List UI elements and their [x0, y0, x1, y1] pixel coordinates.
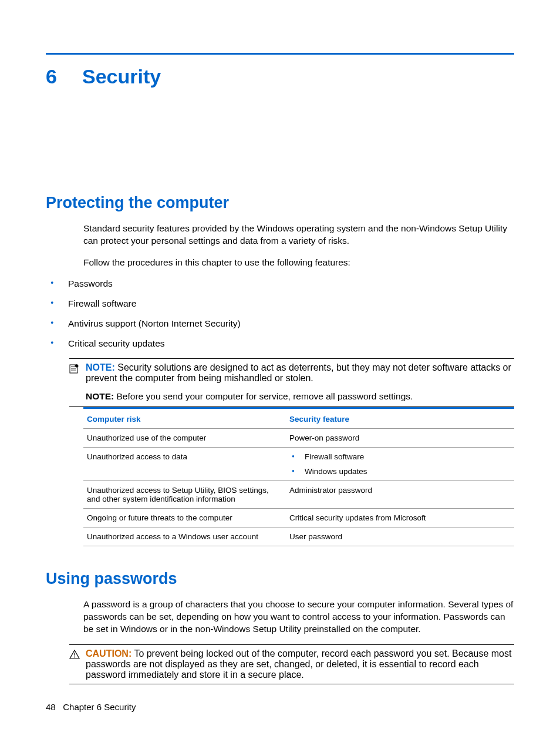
- table-row: Unauthorized access to data Firewall sof…: [83, 447, 514, 480]
- risk-table: Computer risk Security feature Unauthori…: [83, 407, 514, 546]
- list-item: Firewall software: [46, 298, 514, 309]
- cell-feature: Firewall software Windows updates: [286, 447, 514, 480]
- section-heading-protecting: Protecting the computer: [46, 194, 514, 212]
- note-label: NOTE:: [86, 391, 114, 401]
- note-label: NOTE:: [86, 362, 115, 372]
- list-item: Antivirus support (Norton Internet Secur…: [46, 318, 514, 329]
- table-row: Unauthorized access to Setup Utility, BI…: [83, 480, 514, 508]
- note-block: NOTE: Security solutions are designed to…: [69, 358, 514, 407]
- cell-risk: Ongoing or future threats to the compute…: [83, 508, 286, 527]
- svg-point-2: [74, 657, 75, 658]
- page-body: 6 Security Protecting the computer Stand…: [0, 0, 560, 720]
- cell-risk: Unauthorized access to a Windows user ac…: [83, 527, 286, 546]
- list-item: Passwords: [46, 278, 514, 289]
- paragraph: Standard security features provided by t…: [83, 223, 514, 247]
- table-header-risk: Computer risk: [83, 408, 286, 428]
- table-header-feature: Security feature: [286, 408, 514, 428]
- cell-risk: Unauthorized access to Setup Utility, BI…: [83, 480, 286, 508]
- table-row: Unauthorized use of the computer Power-o…: [83, 428, 514, 447]
- note-content: NOTE: Security solutions are designed to…: [86, 362, 514, 403]
- caution-block: CAUTION: To prevent being locked out of …: [69, 644, 514, 684]
- note-text: Security solutions are designed to act a…: [86, 362, 511, 383]
- cell-feature: Critical security updates from Microsoft: [286, 508, 514, 527]
- note-nested: NOTE: Before you send your computer for …: [86, 391, 514, 403]
- note-icon: [69, 364, 81, 377]
- table-row: Ongoing or future threats to the compute…: [83, 508, 514, 527]
- list-item: Windows updates: [289, 467, 511, 476]
- cell-risk: Unauthorized use of the computer: [83, 428, 286, 447]
- page-footer: 48 Chapter 6 Security: [46, 702, 136, 712]
- list-item: Critical security updates: [46, 338, 514, 349]
- chapter-title: Security: [82, 65, 161, 88]
- cell-risk: Unauthorized access to data: [83, 447, 286, 480]
- cell-feature: Administrator password: [286, 480, 514, 508]
- top-rule: [46, 53, 514, 55]
- cell-feature: Power-on password: [286, 428, 514, 447]
- chapter-heading: 6 Security: [46, 65, 514, 88]
- section-heading-passwords: Using passwords: [46, 570, 514, 588]
- chapter-number: 6: [46, 65, 63, 88]
- note-text: Before you send your computer for servic…: [117, 391, 413, 401]
- cell-feature: User password: [286, 527, 514, 546]
- paragraph: Follow the procedures in this chapter to…: [83, 257, 514, 269]
- caution-icon: [69, 650, 81, 661]
- paragraph: A password is a group of characters that…: [83, 599, 514, 636]
- page-number: 48: [46, 702, 56, 712]
- footer-text: Chapter 6 Security: [63, 702, 136, 712]
- caution-text: To prevent being locked out of the compu…: [86, 648, 511, 680]
- list-item: Firewall software: [289, 452, 511, 461]
- caution-label: CAUTION:: [86, 648, 131, 658]
- caution-content: CAUTION: To prevent being locked out of …: [86, 648, 514, 680]
- feature-bullet-list: Passwords Firewall software Antivirus su…: [46, 278, 514, 349]
- table-row: Unauthorized access to a Windows user ac…: [83, 527, 514, 546]
